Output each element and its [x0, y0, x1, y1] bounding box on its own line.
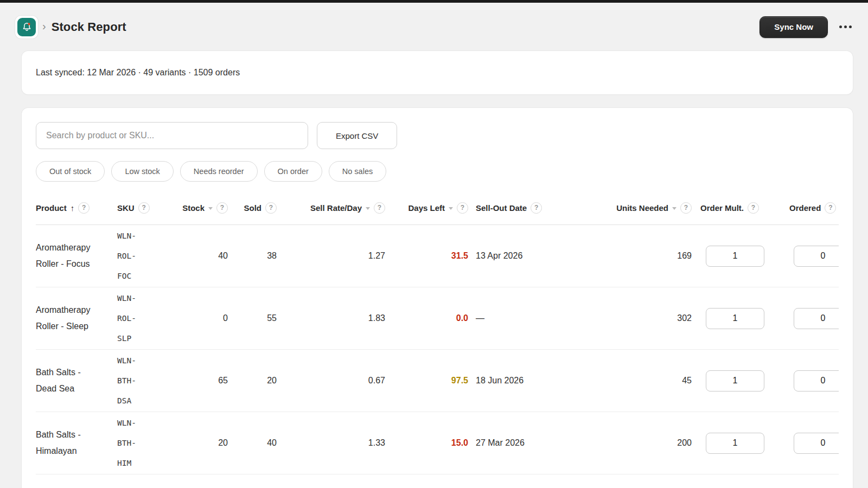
ordered-input[interactable]	[794, 370, 839, 391]
help-icon[interactable]: ?	[374, 202, 385, 214]
help-icon[interactable]: ?	[457, 202, 468, 214]
stock-value: 65	[161, 350, 228, 412]
units-needed-value: 169	[571, 225, 692, 287]
search-input[interactable]	[36, 122, 308, 149]
column-header-sku[interactable]: SKU ?	[117, 191, 161, 224]
sync-status-text: Last synced: 12 Mar 2026 · 49 variants ·…	[36, 68, 240, 78]
ordered-input[interactable]	[794, 308, 839, 329]
filter-pill-needs-reorder[interactable]: Needs reorder	[180, 161, 258, 182]
breadcrumb-chevron: ›	[42, 20, 46, 33]
sync-now-button[interactable]: Sync Now	[760, 16, 828, 38]
order-mult-input[interactable]	[706, 308, 764, 329]
order-mult-input[interactable]	[706, 370, 764, 391]
app-icon-tile	[17, 18, 36, 36]
dots-icon	[839, 25, 842, 28]
sell-rate-value: 0.67	[277, 350, 385, 412]
stock-value: 0	[161, 287, 228, 349]
filter-pill-on-order[interactable]: On order	[264, 161, 322, 182]
ordered-input[interactable]	[794, 246, 839, 267]
column-header-sell-rate[interactable]: Sell Rate/Day ?	[277, 191, 385, 224]
export-csv-button[interactable]: Export CSV	[317, 122, 397, 149]
table-row: Bath Salts - Himalayan WLN- BTH- HIM 20 …	[36, 412, 839, 474]
sync-status-card: Last synced: 12 Mar 2026 · 49 variants ·…	[22, 51, 853, 94]
stock-value: 40	[161, 225, 228, 287]
sold-value: 40	[228, 412, 277, 474]
sold-value: 38	[228, 225, 277, 287]
column-header-order-mult[interactable]: Order Mult. ?	[692, 191, 778, 224]
product-name: Bath Salts - Himalayan	[36, 412, 117, 474]
filter-pill-out-of-stock[interactable]: Out of stock	[36, 161, 105, 182]
help-icon[interactable]: ?	[748, 202, 759, 214]
toolbar: Export CSV	[36, 122, 839, 149]
sell-out-date-value: 18 Jun 2026	[468, 350, 571, 412]
days-left-value: 97.5	[385, 350, 468, 412]
units-needed-value: 45	[571, 350, 692, 412]
ordered-input[interactable]	[794, 433, 839, 454]
overflow-menu-button[interactable]	[838, 22, 853, 31]
table-row: Bath Salts - Dead Sea WLN- BTH- DSA 65 2…	[36, 350, 839, 412]
units-needed-value: 302	[571, 287, 692, 349]
caret-down-icon	[672, 207, 676, 210]
days-left-value: 0.0	[385, 287, 468, 349]
help-icon[interactable]: ?	[680, 202, 692, 214]
sku-value: WLN- BTH- HIM	[117, 412, 161, 474]
table-body: Aromatherapy Roller - Focus WLN- ROL- FO…	[36, 225, 839, 474]
column-header-ordered[interactable]: Ordered ?	[778, 191, 839, 224]
column-header-sold[interactable]: Sold ?	[228, 191, 277, 224]
sold-value: 20	[228, 350, 277, 412]
product-name: Aromatherapy Roller - Sleep	[36, 287, 117, 349]
report-card: Export CSV Out of stock Low stock Needs …	[22, 108, 853, 488]
help-icon[interactable]: ?	[138, 202, 150, 214]
column-header-units-needed[interactable]: Units Needed ?	[571, 191, 692, 224]
filter-pill-low-stock[interactable]: Low stock	[111, 161, 173, 182]
bell-icon	[21, 21, 33, 33]
sell-rate-value: 1.83	[277, 287, 385, 349]
column-header-stock[interactable]: Stock ?	[161, 191, 228, 224]
column-header-product[interactable]: Product ↑ ?	[36, 191, 117, 224]
page-title: Stock Report	[52, 20, 126, 34]
sell-rate-value: 1.33	[277, 412, 385, 474]
table-header-row: Product ↑ ? SKU ? Stock ? Sold ? Sell Ra…	[36, 191, 839, 225]
caret-down-icon	[208, 207, 213, 210]
order-mult-input[interactable]	[706, 246, 764, 267]
page-header: › Stock Report Sync Now	[0, 3, 868, 51]
help-icon[interactable]: ?	[216, 202, 228, 214]
sort-asc-icon: ↑	[71, 203, 75, 213]
column-header-sell-out-date[interactable]: Sell-Out Date ?	[468, 191, 571, 224]
help-icon[interactable]: ?	[531, 202, 542, 214]
stock-value: 20	[161, 412, 228, 474]
product-name: Aromatherapy Roller - Focus	[36, 225, 117, 287]
sku-value: WLN- ROL- FOC	[117, 225, 161, 287]
sell-rate-value: 1.27	[277, 225, 385, 287]
sold-value: 55	[228, 287, 277, 349]
table-row: Aromatherapy Roller - Sleep WLN- ROL- SL…	[36, 287, 839, 350]
filter-pills: Out of stock Low stock Needs reorder On …	[36, 161, 839, 182]
sell-out-date-value: —	[468, 287, 571, 349]
sell-out-date-value: 13 Apr 2026	[468, 225, 571, 287]
filter-pill-no-sales[interactable]: No sales	[329, 161, 386, 182]
help-icon[interactable]: ?	[78, 202, 90, 214]
order-mult-input[interactable]	[706, 433, 764, 454]
days-left-value: 15.0	[385, 412, 468, 474]
app-icon[interactable]	[15, 16, 38, 38]
help-icon[interactable]: ?	[825, 202, 836, 214]
days-left-value: 31.5	[385, 225, 468, 287]
sell-out-date-value: 27 Mar 2026	[468, 412, 571, 474]
column-header-days-left[interactable]: Days Left ?	[385, 191, 468, 224]
stock-table: Product ↑ ? SKU ? Stock ? Sold ? Sell Ra…	[36, 191, 839, 474]
sku-value: WLN- BTH- DSA	[117, 350, 161, 412]
units-needed-value: 200	[571, 412, 692, 474]
table-row: Aromatherapy Roller - Focus WLN- ROL- FO…	[36, 225, 839, 287]
sku-value: WLN- ROL- SLP	[117, 287, 161, 349]
caret-down-icon	[366, 207, 370, 210]
help-icon[interactable]: ?	[265, 202, 277, 214]
caret-down-icon	[449, 207, 453, 210]
product-name: Bath Salts - Dead Sea	[36, 350, 117, 412]
